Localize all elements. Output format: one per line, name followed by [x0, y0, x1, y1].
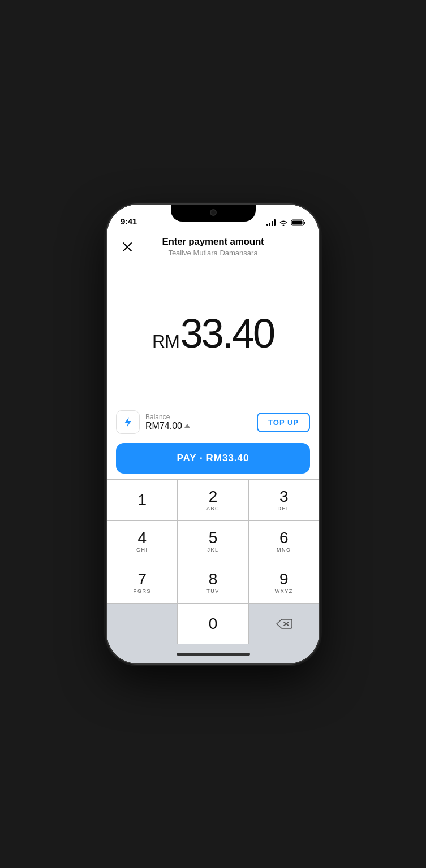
- key-empty: [107, 604, 178, 644]
- keypad-row-2: 4 GHI 5 JKL 6 MNO: [107, 520, 319, 562]
- key-backspace[interactable]: [249, 604, 319, 644]
- balance-amount: RM74.00: [145, 421, 190, 431]
- home-indicator: [107, 644, 319, 663]
- svg-rect-1: [292, 221, 303, 225]
- keypad-row-3: 7 PGRS 8 TUV 9 WXYZ: [107, 562, 319, 603]
- battery-icon: [291, 219, 305, 226]
- key-9[interactable]: 9 WXYZ: [249, 562, 319, 603]
- amount-currency: RM: [152, 331, 179, 352]
- lightning-icon: [122, 416, 134, 428]
- header: Enter payment amount Tealive Mutiara Dam…: [107, 229, 319, 262]
- key-8[interactable]: 8 TUV: [178, 562, 248, 603]
- pay-button[interactable]: PAY · RM33.40: [116, 443, 310, 474]
- amount-display: RM 33.40: [152, 313, 274, 354]
- balance-left: Balance RM74.00: [116, 410, 190, 434]
- balance-section: Balance RM74.00 TOP UP: [107, 405, 319, 440]
- phone-screen: 9:41: [107, 205, 319, 663]
- keypad-row-1: 1 2 ABC 3 DEF: [107, 479, 319, 520]
- chevron-up-icon: [184, 424, 190, 428]
- home-bar: [177, 653, 250, 656]
- app-content: Enter payment amount Tealive Mutiara Dam…: [107, 229, 319, 663]
- phone-shell: 9:41: [107, 205, 319, 663]
- key-0[interactable]: 0: [178, 604, 248, 644]
- key-6[interactable]: 6 MNO: [249, 521, 319, 562]
- camera: [210, 209, 217, 216]
- status-time: 9:41: [121, 216, 137, 226]
- notch: [171, 205, 256, 222]
- amount-area: RM 33.40: [107, 262, 319, 405]
- keypad-row-4: 0: [107, 603, 319, 644]
- status-icons: [266, 219, 306, 226]
- balance-amount-value: RM74.00: [145, 421, 182, 431]
- wallet-icon-box: [116, 410, 140, 434]
- key-2[interactable]: 2 ABC: [178, 480, 248, 520]
- svg-marker-4: [124, 417, 131, 427]
- signal-icon: [266, 219, 276, 226]
- key-7[interactable]: 7 PGRS: [107, 562, 178, 603]
- header-subtitle: Tealive Mutiara Damansara: [136, 249, 290, 257]
- wifi-icon: [279, 219, 288, 226]
- key-1[interactable]: 1: [107, 480, 178, 520]
- topup-button[interactable]: TOP UP: [257, 413, 310, 432]
- close-button[interactable]: [118, 238, 136, 256]
- amount-value: 33.40: [180, 313, 274, 354]
- header-title: Enter payment amount: [136, 236, 290, 248]
- balance-label: Balance: [145, 413, 190, 421]
- backspace-icon: [276, 618, 292, 630]
- key-5[interactable]: 5 JKL: [178, 521, 248, 562]
- header-text: Enter payment amount Tealive Mutiara Dam…: [136, 236, 290, 257]
- key-4[interactable]: 4 GHI: [107, 521, 178, 562]
- balance-info: Balance RM74.00: [145, 413, 190, 431]
- keypad: 1 2 ABC 3 DEF 4 GHI: [107, 479, 319, 644]
- key-3[interactable]: 3 DEF: [249, 480, 319, 520]
